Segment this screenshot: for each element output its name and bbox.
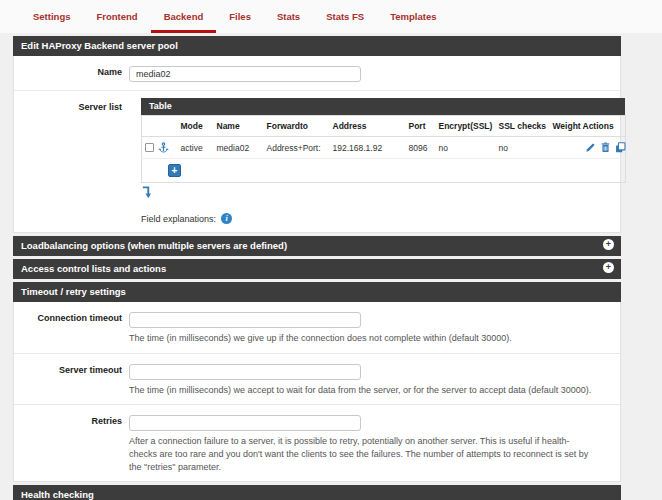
tab-frontend[interactable]: Frontend (83, 4, 150, 33)
tab-files[interactable]: Files (216, 4, 264, 33)
edit-panel-body: Name Server list Table (13, 56, 621, 233)
server-table-header-row: Mode Name Forwardto Address Port Encrypt… (142, 116, 626, 137)
timeout-panel-body: Connection timeout The time (in millisec… (13, 302, 621, 482)
tab-stats[interactable]: Stats (264, 4, 313, 33)
name-row: Name (14, 56, 620, 90)
col-encrypt-ssl: Encrypt(SSL) (436, 116, 496, 137)
connection-timeout-label: Connection timeout (14, 309, 122, 345)
cell-address: 192.168.1.92 (330, 137, 406, 159)
anchor-icon (158, 142, 169, 153)
section-loadbalancing[interactable]: Loadbalancing options (when multiple ser… (13, 236, 621, 256)
server-timeout-label: Server timeout (14, 361, 122, 397)
cell-forwardto: Address+Port: (264, 137, 330, 159)
connection-timeout-input[interactable] (129, 312, 361, 328)
expand-acl-icon[interactable]: + (603, 262, 614, 273)
server-table: Table Mode Name Forwardto Address (141, 98, 625, 224)
col-weight: Weight (550, 116, 580, 137)
retries-row: Retries After a connection failure to a … (14, 404, 620, 481)
retries-label: Retries (14, 412, 122, 473)
col-port: Port (406, 116, 436, 137)
delete-icon[interactable] (600, 142, 611, 153)
col-actions: Actions (580, 116, 626, 137)
server-timeout-help: The time (in milliseconds) we accept to … (129, 384, 620, 397)
cell-encrypt-ssl: no (436, 137, 496, 159)
server-timeout-row: Server timeout The time (in milliseconds… (14, 353, 620, 405)
cell-weight (550, 137, 580, 159)
col-address: Address (330, 116, 406, 137)
tab-settings[interactable]: Settings (20, 4, 83, 33)
section-acl[interactable]: Access control lists and actions + (13, 259, 621, 279)
connection-timeout-help: The time (in milliseconds) we give up if… (129, 332, 620, 345)
cell-ssl-checks: no (496, 137, 550, 159)
server-list-row: Server list Table Mode Name (14, 90, 620, 232)
retries-help: After a connection failure to a server, … (129, 435, 620, 473)
row-checkbox[interactable] (145, 143, 154, 152)
edit-panel-title: Edit HAProxy Backend server pool (21, 40, 178, 51)
cell-mode: active (178, 137, 214, 159)
tab-backend[interactable]: Backend (151, 4, 217, 33)
add-server-button[interactable]: + (168, 164, 181, 177)
tab-templates[interactable]: Templates (377, 4, 449, 33)
server-table-footer: + (142, 159, 626, 183)
name-input[interactable] (129, 66, 361, 82)
info-icon[interactable]: i (221, 213, 232, 224)
package-tab-bar: Settings Frontend Backend Files Stats St… (0, 0, 662, 33)
edit-icon[interactable] (585, 142, 596, 153)
name-label: Name (14, 63, 122, 82)
col-forwardto: Forwardto (264, 116, 330, 137)
server-list-label: Server list (14, 98, 122, 224)
col-name: Name (214, 116, 264, 137)
server-row: active media02 Address+Port: 192.168.1.9… (142, 137, 626, 159)
field-explanations-label: Field explanations: (141, 214, 216, 224)
col-mode: Mode (178, 116, 214, 137)
cell-port: 8096 (406, 137, 436, 159)
server-timeout-input[interactable] (129, 364, 361, 380)
col-ssl-checks: SSL checks (496, 116, 550, 137)
section-health-title: Health checking (21, 489, 94, 500)
level-down-icon[interactable] (141, 185, 154, 199)
expand-loadbalancing-icon[interactable]: + (603, 239, 614, 250)
tab-stats-fs[interactable]: Stats FS (313, 4, 377, 33)
connection-timeout-row: Connection timeout The time (in millisec… (14, 302, 620, 353)
section-timeout-header: Timeout / retry settings (13, 282, 621, 302)
cell-name: media02 (214, 137, 264, 159)
section-health-header: Health checking (13, 485, 621, 500)
retries-input[interactable] (129, 415, 361, 431)
section-acl-title: Access control lists and actions (21, 263, 166, 274)
section-loadbalancing-title: Loadbalancing options (when multiple ser… (21, 240, 287, 251)
server-table-title: Table (141, 98, 625, 115)
copy-icon[interactable] (615, 142, 626, 153)
section-timeout-title: Timeout / retry settings (21, 286, 126, 297)
edit-panel-header: Edit HAProxy Backend server pool (13, 36, 621, 56)
